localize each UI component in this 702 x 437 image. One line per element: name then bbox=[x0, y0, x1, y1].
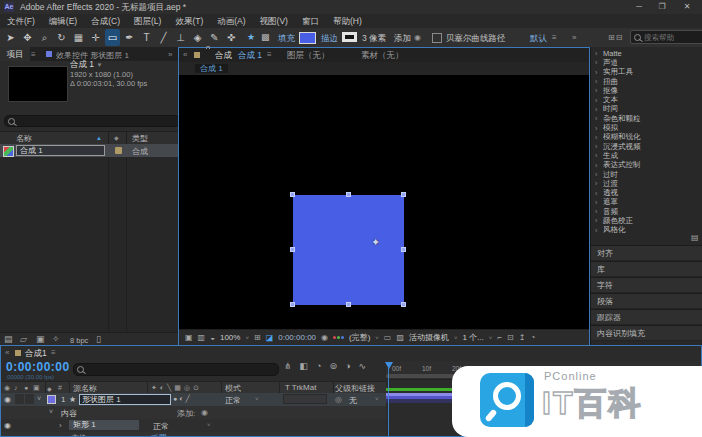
roi-icon[interactable]: ⊡ bbox=[507, 334, 514, 342]
fill-label[interactable]: 填充 bbox=[278, 33, 295, 45]
project-settings-icon[interactable]: ✧ bbox=[52, 335, 60, 344]
panel-drawer-icon[interactable]: « bbox=[5, 348, 9, 357]
add-property-label[interactable]: 添加: bbox=[177, 408, 195, 419]
timeline-panel-menu-icon[interactable]: ≡ bbox=[51, 348, 56, 357]
playhead-marker[interactable] bbox=[385, 362, 393, 369]
rectangle-group-row[interactable]: ◉ › 矩形 1 正常 ˅ bbox=[1, 419, 386, 432]
puppet-tool[interactable]: ✜ bbox=[224, 29, 239, 46]
viewer-panel-menu-icon[interactable]: ≡ bbox=[267, 50, 272, 59]
layer-name-input[interactable] bbox=[79, 394, 171, 405]
effects-category-distort[interactable]: ›扭曲 bbox=[591, 77, 702, 86]
chevron-down-icon[interactable]: ˅ bbox=[375, 335, 379, 341]
chevron-down-icon[interactable]: ˅ bbox=[489, 335, 493, 341]
shape-rectangle[interactable] bbox=[293, 195, 404, 305]
shape-handle[interactable] bbox=[346, 302, 351, 307]
shape-handle[interactable] bbox=[401, 192, 406, 197]
panel-tab-content-aware-fill[interactable]: 内容识别填充 bbox=[591, 325, 702, 341]
layer-label-chip[interactable] bbox=[47, 395, 56, 404]
panel-tab-libraries[interactable]: 库 bbox=[591, 261, 702, 277]
resolution-value[interactable]: (完整) bbox=[349, 332, 370, 343]
interpret-footage-icon[interactable]: ▤ bbox=[4, 335, 13, 344]
effects-category-expression-controls[interactable]: ›表达式控制 bbox=[591, 161, 702, 170]
graph-editor-icon[interactable]: ∿ bbox=[358, 362, 366, 371]
pan-behind-tool[interactable]: ✛ bbox=[88, 29, 103, 46]
project-search-box[interactable] bbox=[4, 115, 180, 127]
menu-animation[interactable]: 动画(A) bbox=[210, 14, 252, 28]
snapping-icons[interactable]: ⊞⊟ bbox=[608, 33, 623, 42]
rotation-tool[interactable]: ↻ bbox=[54, 29, 69, 46]
panel-tab-tracker[interactable]: 跟踪器 bbox=[591, 309, 702, 325]
expander-icon[interactable]: ˅ bbox=[49, 408, 53, 415]
group-blend-mode-value[interactable]: 正常 bbox=[153, 421, 169, 432]
shape-handle[interactable] bbox=[401, 247, 406, 252]
chevron-down-icon[interactable]: ˅ bbox=[454, 335, 458, 341]
effects-category-simulation[interactable]: ›模拟 bbox=[591, 123, 702, 132]
effects-category-noise-grain[interactable]: ›杂色和颗粒 bbox=[591, 114, 702, 123]
add-label[interactable]: 添加 bbox=[394, 33, 411, 45]
blend-mode-value[interactable]: 正常 bbox=[225, 395, 241, 406]
layer-duration-bar[interactable] bbox=[386, 393, 454, 403]
workspace-label[interactable]: 默认 bbox=[530, 33, 547, 45]
draft-3d-icon[interactable]: ◧ bbox=[300, 362, 309, 371]
channels-icon[interactable] bbox=[333, 336, 344, 339]
rectangle-tool[interactable]: ▭ bbox=[105, 29, 120, 46]
grid-guides-icon[interactable]: ⊞ bbox=[254, 334, 261, 342]
panel-tab-align[interactable]: 对齐 bbox=[591, 245, 702, 261]
panel-tab-character[interactable]: 字符 bbox=[591, 277, 702, 293]
help-search-box[interactable] bbox=[630, 30, 702, 44]
project-panel-menu-icon[interactable]: ≡ bbox=[31, 50, 36, 59]
effects-category-audio[interactable]: ›音频 bbox=[591, 207, 702, 216]
layer-switch-icons[interactable]: ●◐╱ bbox=[173, 395, 192, 403]
label-column-icon[interactable]: ◆ bbox=[114, 134, 119, 141]
shared-view-icon[interactable]: ⌐ bbox=[497, 334, 502, 342]
effects-category-obsolete[interactable]: ›过时 bbox=[591, 170, 702, 179]
column-type[interactable]: 类型 bbox=[132, 133, 148, 144]
layer-row-shape-layer[interactable]: ◉ ˅ 1 ★ ●◐╱ 正常 ˅ ◎ 无 ˅ bbox=[1, 393, 386, 406]
shape-handle[interactable] bbox=[290, 302, 295, 307]
bezier-path-checkbox[interactable] bbox=[432, 33, 442, 43]
menu-window[interactable]: 窗口 bbox=[295, 14, 326, 28]
project-comp-name[interactable]: 合成 1 bbox=[70, 59, 94, 69]
tab-footage[interactable]: 素材（无） bbox=[361, 50, 404, 62]
timeline-tab[interactable]: 合成1 bbox=[25, 348, 47, 360]
eraser-tool[interactable]: ◈ bbox=[190, 29, 205, 46]
trash-icon[interactable]: ▯ bbox=[96, 335, 101, 344]
effects-category-channel[interactable]: ›声道 bbox=[591, 58, 702, 67]
effects-category-utility[interactable]: ›实用工具 bbox=[591, 68, 702, 77]
roto-brush-tool[interactable]: ✎ bbox=[207, 29, 222, 46]
effects-category-matte[interactable]: ›Matte bbox=[591, 49, 702, 58]
hand-tool[interactable]: ✥ bbox=[20, 29, 35, 46]
tab-layer[interactable]: 图层（无） bbox=[287, 50, 330, 62]
effects-category-immersive[interactable]: ›沉浸式视频 bbox=[591, 142, 702, 151]
workspace-menu-icon[interactable]: ≡ bbox=[552, 33, 557, 42]
view-layout-icon[interactable]: ◒ bbox=[210, 334, 215, 342]
effects-category-keying[interactable]: ›抠像 bbox=[591, 86, 702, 95]
contents-label[interactable]: 内容 bbox=[61, 408, 77, 419]
frame-blending-icon[interactable]: ⊚ bbox=[330, 362, 338, 371]
playhead-line[interactable] bbox=[388, 368, 389, 437]
chevron-right-icon[interactable]: › bbox=[59, 433, 62, 437]
shape-handle[interactable] bbox=[401, 302, 406, 307]
view-count-value[interactable]: 1 个... bbox=[463, 332, 484, 343]
timeline-search-box[interactable] bbox=[73, 363, 279, 376]
composition-canvas[interactable]: ✦ bbox=[179, 75, 589, 329]
pen-tool[interactable]: ✒ bbox=[122, 29, 137, 46]
project-tab-overflow-icon[interactable]: » bbox=[168, 50, 172, 59]
bit-depth-button[interactable]: 8 bpc bbox=[70, 336, 88, 345]
add-property-icon[interactable]: ◉ bbox=[201, 408, 208, 417]
workspace-overflow-icon[interactable]: » bbox=[572, 33, 576, 42]
sort-ascending-icon[interactable]: ▲ bbox=[96, 135, 102, 141]
shape-handle[interactable] bbox=[290, 192, 295, 197]
menu-view[interactable]: 视图(V) bbox=[253, 14, 295, 28]
transform-group-row[interactable]: › 变换 重置 bbox=[1, 432, 386, 437]
stroke-color-swatch[interactable] bbox=[342, 32, 357, 42]
tab-composition[interactable]: 合成 bbox=[215, 50, 232, 62]
solo-switch-cell[interactable] bbox=[25, 394, 34, 404]
column-name[interactable]: 名称 bbox=[16, 133, 32, 144]
rectangle-name[interactable]: 矩形 1 bbox=[69, 420, 139, 430]
new-composition-icon[interactable]: ▣ bbox=[36, 335, 45, 344]
chevron-down-icon[interactable]: ˅ bbox=[375, 396, 379, 402]
label-color-swatch[interactable] bbox=[115, 147, 122, 154]
shape-handle[interactable] bbox=[290, 247, 295, 252]
project-search-input[interactable] bbox=[18, 114, 158, 129]
